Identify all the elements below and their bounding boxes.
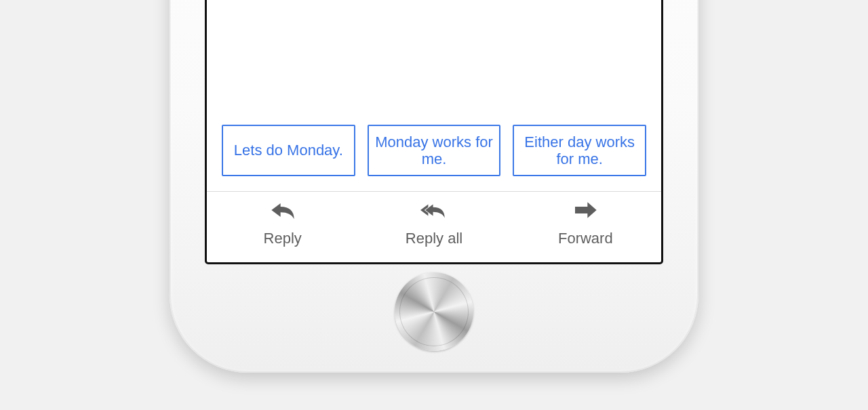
forward-label: Forward [558,230,613,247]
phone-device: Lets do Monday. Monday works for me. Eit… [170,0,698,373]
reply-all-icon [420,199,448,226]
action-row: Reply Reply all Forward [207,192,661,262]
forward-button[interactable]: Forward [510,199,661,247]
reply-button[interactable]: Reply [207,199,358,247]
phone-screen: Lets do Monday. Monday works for me. Eit… [205,0,663,264]
reply-label: Reply [264,230,302,247]
smart-reply-chip-3[interactable]: Either day works for me. [513,125,646,176]
reply-all-label: Reply all [406,230,462,247]
reply-icon [269,199,296,226]
offscreen-content [207,0,661,115]
smart-reply-row: Lets do Monday. Monday works for me. Eit… [207,115,661,191]
forward-icon [572,199,599,226]
reply-all-button[interactable]: Reply all [358,199,509,247]
smart-reply-chip-2[interactable]: Monday works for me. [368,125,501,176]
home-button[interactable] [400,278,468,346]
smart-reply-chip-1[interactable]: Lets do Monday. [222,125,355,176]
